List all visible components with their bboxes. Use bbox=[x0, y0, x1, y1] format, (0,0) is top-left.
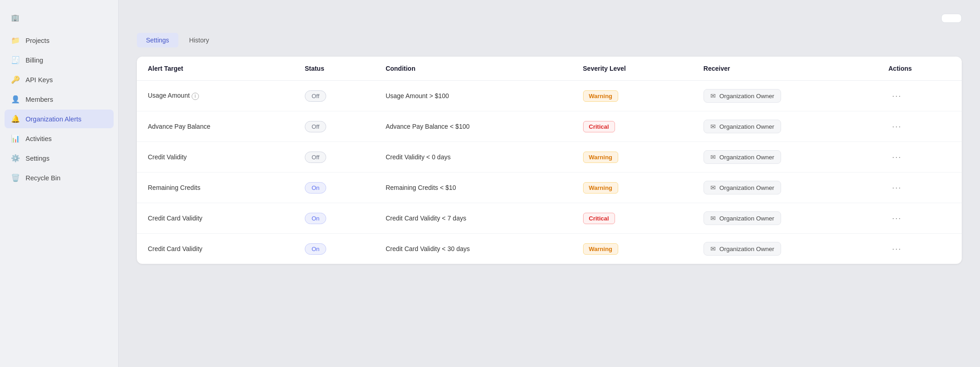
receiver-cell: ✉Organization Owner bbox=[693, 203, 877, 234]
tabs-container: SettingsHistory bbox=[137, 33, 962, 47]
severity-cell: Critical bbox=[572, 203, 693, 234]
sidebar-item-projects[interactable]: 📁 Projects bbox=[0, 31, 118, 50]
severity-badge: Warning bbox=[583, 152, 619, 163]
status-badge[interactable]: On bbox=[305, 182, 326, 194]
sidebar-item-label: Members bbox=[26, 96, 53, 103]
severity-badge: Critical bbox=[583, 121, 615, 132]
mail-icon: ✉ bbox=[710, 153, 716, 161]
alert-target-cell: Credit Card Validity bbox=[137, 234, 294, 264]
receiver-cell: ✉Organization Owner bbox=[693, 234, 877, 264]
receiver-label: Organization Owner bbox=[719, 215, 774, 222]
tab-history[interactable]: History bbox=[180, 33, 219, 47]
settings-icon: ⚙️ bbox=[11, 154, 20, 163]
receiver-label: Organization Owner bbox=[719, 123, 774, 130]
recycle-bin-icon: 🗑️ bbox=[11, 173, 20, 182]
receiver-cell: ✉Organization Owner bbox=[693, 173, 877, 203]
mail-icon: ✉ bbox=[710, 123, 716, 130]
status-cell: On bbox=[294, 173, 375, 203]
receiver-label: Organization Owner bbox=[719, 246, 774, 252]
status-badge[interactable]: On bbox=[305, 243, 326, 255]
main-header bbox=[137, 14, 962, 23]
sidebar-item-activities[interactable]: 📊 Activities bbox=[0, 129, 118, 148]
billing-icon: 🧾 bbox=[11, 56, 20, 64]
actions-cell: ··· bbox=[877, 203, 962, 234]
sidebar-item-members[interactable]: 👤 Members bbox=[0, 90, 118, 109]
tab-settings[interactable]: Settings bbox=[137, 33, 178, 47]
status-badge[interactable]: Off bbox=[305, 121, 326, 132]
actions-menu-button[interactable]: ··· bbox=[888, 151, 905, 164]
status-cell: Off bbox=[294, 81, 375, 111]
receiver-cell: ✉Organization Owner bbox=[693, 142, 877, 173]
mail-icon: ✉ bbox=[710, 245, 716, 252]
receiver-badge: ✉Organization Owner bbox=[704, 181, 781, 194]
mail-icon: ✉ bbox=[710, 92, 716, 100]
sidebar-item-billing[interactable]: 🧾 Billing bbox=[0, 51, 118, 69]
main-content: SettingsHistory Alert TargetStatusCondit… bbox=[119, 0, 980, 367]
severity-badge: Warning bbox=[583, 182, 619, 194]
status-badge[interactable]: Off bbox=[305, 90, 326, 102]
condition-cell: Credit Card Validity < 30 days bbox=[375, 234, 572, 264]
severity-cell: Warning bbox=[572, 142, 693, 173]
condition-cell: Credit Validity < 0 days bbox=[375, 142, 572, 173]
alert-receiver-settings-button[interactable] bbox=[941, 14, 962, 23]
receiver-label: Organization Owner bbox=[719, 93, 774, 100]
receiver-badge: ✉Organization Owner bbox=[704, 150, 781, 164]
api-keys-icon: 🔑 bbox=[11, 75, 20, 84]
alert-target-cell: Credit Card Validity bbox=[137, 203, 294, 234]
org-icon: 🏢 bbox=[11, 14, 20, 22]
actions-menu-button[interactable]: ··· bbox=[888, 212, 905, 225]
sidebar-item-label: Settings bbox=[26, 155, 49, 162]
alerts-card: Alert TargetStatusConditionSeverity Leve… bbox=[137, 57, 962, 264]
table-row: Remaining CreditsOnRemaining Credits < $… bbox=[137, 173, 962, 203]
sidebar-item-label: Organization Alerts bbox=[26, 115, 82, 123]
alert-target-cell: Usage Amounti bbox=[137, 81, 294, 111]
actions-menu-button[interactable]: ··· bbox=[888, 242, 905, 256]
table-wrap: Alert TargetStatusConditionSeverity Leve… bbox=[137, 57, 962, 264]
sidebar-item-label: Projects bbox=[26, 37, 49, 44]
sidebar-item-recycle-bin[interactable]: 🗑️ Recycle Bin bbox=[0, 168, 118, 187]
sidebar: 🏢 📁 Projects 🧾 Billing 🔑 API Keys 👤 Memb… bbox=[0, 0, 119, 367]
status-badge[interactable]: Off bbox=[305, 152, 326, 163]
severity-badge: Warning bbox=[583, 90, 619, 102]
severity-badge: Critical bbox=[583, 213, 615, 224]
col-header-severity-level: Severity Level bbox=[572, 57, 693, 81]
receiver-label: Organization Owner bbox=[719, 154, 774, 161]
organization-alerts-icon: 🔔 bbox=[11, 115, 20, 123]
alert-target-cell: Advance Pay Balance bbox=[137, 111, 294, 142]
actions-menu-button[interactable]: ··· bbox=[888, 120, 905, 133]
info-icon[interactable]: i bbox=[192, 93, 199, 100]
actions-cell: ··· bbox=[877, 234, 962, 264]
sidebar-item-api-keys[interactable]: 🔑 API Keys bbox=[0, 70, 118, 89]
status-cell: Off bbox=[294, 142, 375, 173]
projects-icon: 📁 bbox=[11, 36, 20, 45]
table-row: Credit Card ValidityOnCredit Card Validi… bbox=[137, 203, 962, 234]
severity-cell: Warning bbox=[572, 234, 693, 264]
alert-target-cell: Credit Validity bbox=[137, 142, 294, 173]
condition-cell: Advance Pay Balance < $100 bbox=[375, 111, 572, 142]
sidebar-nav: 📁 Projects 🧾 Billing 🔑 API Keys 👤 Member… bbox=[0, 31, 118, 187]
mail-icon: ✉ bbox=[710, 215, 716, 222]
condition-cell: Credit Card Validity < 7 days bbox=[375, 203, 572, 234]
severity-badge: Warning bbox=[583, 243, 619, 255]
sidebar-item-settings[interactable]: ⚙️ Settings bbox=[0, 149, 118, 168]
sidebar-item-organization-alerts[interactable]: 🔔 Organization Alerts bbox=[5, 110, 114, 128]
actions-menu-button[interactable]: ··· bbox=[888, 181, 905, 194]
actions-menu-button[interactable]: ··· bbox=[888, 89, 905, 103]
alerts-table: Alert TargetStatusConditionSeverity Leve… bbox=[137, 57, 962, 264]
actions-cell: ··· bbox=[877, 81, 962, 111]
receiver-cell: ✉Organization Owner bbox=[693, 81, 877, 111]
receiver-badge: ✉Organization Owner bbox=[704, 211, 781, 225]
severity-cell: Warning bbox=[572, 81, 693, 111]
receiver-badge: ✉Organization Owner bbox=[704, 89, 781, 103]
col-header-alert-target: Alert Target bbox=[137, 57, 294, 81]
table-row: Advance Pay BalanceOffAdvance Pay Balanc… bbox=[137, 111, 962, 142]
sidebar-item-label: Recycle Bin bbox=[26, 174, 61, 182]
receiver-badge: ✉Organization Owner bbox=[704, 120, 781, 133]
receiver-badge: ✉Organization Owner bbox=[704, 242, 781, 256]
status-badge[interactable]: On bbox=[305, 213, 326, 224]
alert-target-cell: Remaining Credits bbox=[137, 173, 294, 203]
sidebar-item-label: API Keys bbox=[26, 76, 53, 84]
receiver-label: Organization Owner bbox=[719, 184, 774, 191]
table-row: Credit ValidityOffCredit Validity < 0 da… bbox=[137, 142, 962, 173]
members-icon: 👤 bbox=[11, 95, 20, 104]
